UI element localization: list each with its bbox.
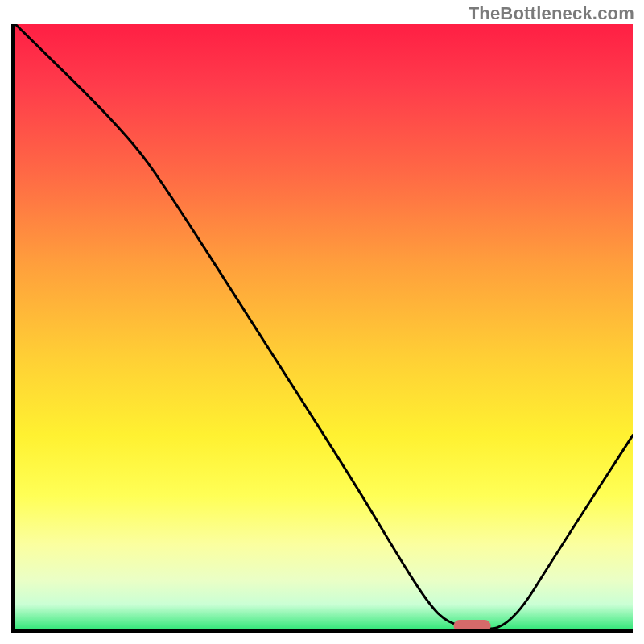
optimal-marker — [454, 620, 491, 629]
watermark-text: TheBottleneck.com — [469, 3, 634, 24]
bottleneck-curve — [15, 24, 633, 629]
curve-layer — [15, 24, 633, 629]
y-axis — [11, 24, 15, 633]
plot-area — [11, 24, 633, 633]
chart-container: TheBottleneck.com — [0, 0, 644, 644]
x-axis — [11, 629, 633, 633]
